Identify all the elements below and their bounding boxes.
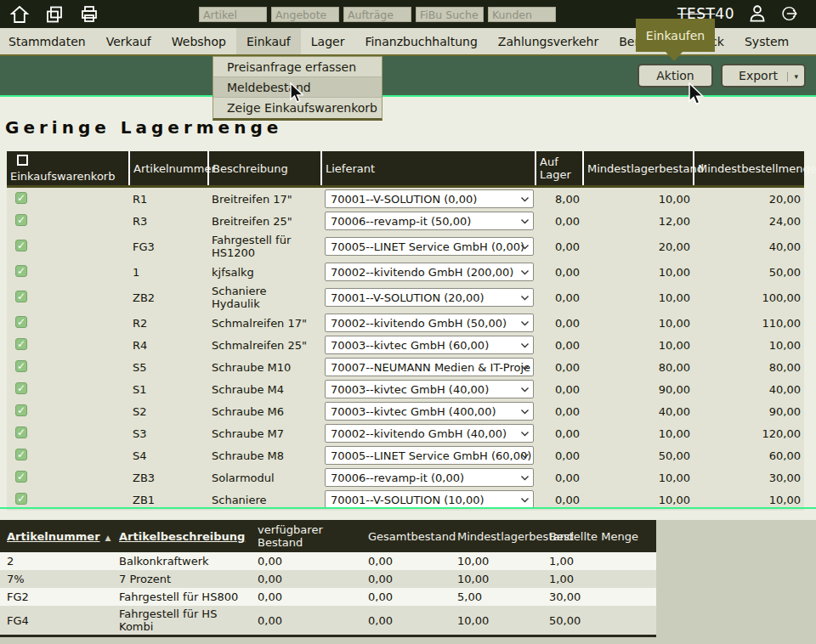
cart-cell: ✓ <box>7 466 129 489</box>
row-checkbox-checked[interactable]: ✓ <box>15 404 27 416</box>
mindestlagerbestand-cell: 10,00 <box>450 606 542 636</box>
row-checkbox-checked[interactable]: ✓ <box>15 338 27 350</box>
check-icon: ✓ <box>17 291 26 302</box>
supplier-select[interactable]: 70007--NEUMANN Medien & IT-Proje <box>325 358 534 376</box>
table-row: ✓ S3 Schraube M7 70002--kivitendo GmbH (… <box>7 422 804 444</box>
artikelnummer-cell: R3 <box>129 210 208 232</box>
quick-search-input-fibu-suche[interactable] <box>416 7 484 22</box>
windows-icon[interactable] <box>43 3 65 25</box>
menu-item-finanzbuchhaltung[interactable]: Finanzbuchhaltung <box>354 28 487 54</box>
menu-option-meldebestand[interactable]: Meldebestand <box>213 77 382 98</box>
supplier-select[interactable]: 70005--LINET Service GmbH (60,00) <box>325 446 534 465</box>
mindestlagerbestand-cell: 10,00 <box>450 570 542 588</box>
supplier-select[interactable]: 70003--kivtec GmbH (40,00) <box>325 380 534 398</box>
supplier-select[interactable]: 70002--kivitendo GmbH (40,00) <box>325 424 534 443</box>
menu-item-verkauf[interactable]: Verkauf <box>96 28 162 54</box>
supplier-select[interactable]: 70005--LINET Service GmbH (0,00) <box>325 237 534 256</box>
quick-search-input-auftr-ge[interactable] <box>343 7 411 22</box>
row-checkbox-checked[interactable]: ✓ <box>15 265 27 277</box>
supplier-select[interactable]: 70003--kivtec GmbH (60,00) <box>325 336 534 354</box>
row-checkbox-checked[interactable]: ✓ <box>15 192 27 204</box>
menu-option-preisanfrage-erfassen[interactable]: Preisanfrage erfassen <box>213 57 382 77</box>
row-checkbox-checked[interactable]: ✓ <box>15 214 27 226</box>
ordered-items-header-row: Artikelnummer▲ Artikelbeschreibung verfü… <box>0 520 656 552</box>
page-title: Geringe Lagermenge <box>5 117 816 138</box>
cart-cell: ✓ <box>7 187 129 211</box>
supplier-select-value: 70001--V-SOLUTION (0,00) <box>331 193 477 206</box>
menu-item-zahlungsverkehr[interactable]: Zahlungsverkehr <box>488 28 609 54</box>
mindestlagerbestand-cell: 80,00 <box>583 356 694 378</box>
mindestbestellmenge-cell: 90,00 <box>694 400 804 422</box>
lieferant-cell: 70005--LINET Service GmbH (60,00) <box>321 444 536 466</box>
print-icon[interactable] <box>78 3 100 25</box>
supplier-select-value: 70002--kivitendo GmbH (200,00) <box>331 266 513 279</box>
home-icon[interactable] <box>8 3 31 25</box>
supplier-select-value: 70002--kivitendo GmbH (40,00) <box>331 427 507 440</box>
supplier-select[interactable]: 70006--revamp-it (50,00) <box>325 212 534 230</box>
menu-item-einkauf[interactable]: Einkauf <box>236 28 301 54</box>
beschreibung-cell: Schraube M10 <box>208 356 321 378</box>
chevron-down-icon <box>520 408 530 415</box>
ordered-items-table-body: 2 Balkonkraftwerk 0,00 0,00 10,00 1,00 7… <box>0 552 656 636</box>
row-checkbox-checked[interactable]: ✓ <box>15 291 27 302</box>
sort-header-artikelbeschreibung[interactable]: Artikelbeschreibung <box>112 520 251 552</box>
check-icon: ✓ <box>17 316 26 328</box>
supplier-select-value: 70001--V-SOLUTION (20,00) <box>331 291 484 304</box>
sort-header-artikelnummer[interactable]: Artikelnummer▲ <box>0 520 112 552</box>
mindestbestellmenge-cell: 40,00 <box>694 378 804 400</box>
header-cart-label: Einkaufswarenkorb <box>10 170 125 183</box>
supplier-select[interactable]: 70006--revamp-it (0,00) <box>325 468 534 487</box>
header-beschreibung: Beschreibung <box>208 151 321 187</box>
cart-cell: ✓ <box>7 312 129 334</box>
auf-lager-cell: 0,00 <box>536 356 583 378</box>
artikelbeschreibung-cell: Fahrgestell für HS Kombi <box>112 606 251 636</box>
gesamtbestand-cell: 0,00 <box>361 588 450 606</box>
low-stock-table-header-row: Einkaufswarenkorb Artikelnummer Beschrei… <box>7 151 804 187</box>
chevron-down-icon <box>520 452 530 460</box>
quick-search-input-artikel[interactable] <box>199 7 267 22</box>
mindestbestellmenge-cell: 40,00 <box>694 232 804 261</box>
auf-lager-cell: 0,00 <box>536 378 583 400</box>
supplier-select[interactable]: 70002--kivitendo GmbH (200,00) <box>325 263 534 281</box>
row-checkbox-checked[interactable]: ✓ <box>15 382 27 394</box>
mindestbestellmenge-cell: 110,00 <box>694 312 804 334</box>
row-checkbox-checked[interactable]: ✓ <box>15 240 27 251</box>
lieferant-cell: 70006--revamp-it (0,00) <box>321 466 536 489</box>
mindestlagerbestand-cell: 40,00 <box>583 400 694 422</box>
verfuegbarer-bestand-cell: 0,00 <box>251 606 361 636</box>
row-checkbox-checked[interactable]: ✓ <box>15 360 27 372</box>
menu-item-system[interactable]: System <box>734 28 799 54</box>
row-checkbox-checked[interactable]: ✓ <box>15 316 27 328</box>
menu-item-webshop[interactable]: Webshop <box>162 28 236 54</box>
user-icon[interactable] <box>746 3 768 25</box>
quick-search-input-angebote[interactable] <box>271 7 339 22</box>
lieferant-cell: 70001--V-SOLUTION (0,00) <box>321 187 536 211</box>
mindestbestellmenge-cell: 80,00 <box>694 356 804 378</box>
mindestlagerbestand-cell: 10,00 <box>583 261 694 283</box>
select-all-checkbox[interactable] <box>17 155 28 166</box>
menu-item-lager[interactable]: Lager <box>301 28 355 54</box>
beschreibung-cell: Solarmodul <box>208 466 321 489</box>
beschreibung-cell: Schraube M8 <box>208 444 321 466</box>
table-row: ✓ ZB2 Schaniere Hydaulik 70001--V-SOLUTI… <box>7 283 804 312</box>
lieferant-cell: 70002--kivitendo GmbH (200,00) <box>321 261 536 283</box>
artikelnummer-cell: S4 <box>129 444 208 466</box>
row-checkbox-checked[interactable]: ✓ <box>15 471 27 483</box>
mindestlagerbestand-cell: 10,00 <box>450 552 542 570</box>
row-checkbox-checked[interactable]: ✓ <box>15 427 27 438</box>
export-button[interactable]: Export ▾ <box>721 64 806 88</box>
einkaufen-flyover-button[interactable]: Einkaufen <box>636 19 715 52</box>
auf-lager-cell: 0,00 <box>536 312 583 334</box>
menu-item-stammdaten[interactable]: Stammdaten <box>0 28 96 54</box>
aktion-button[interactable]: Aktion <box>638 64 713 88</box>
row-checkbox-checked[interactable]: ✓ <box>15 493 27 505</box>
supplier-select[interactable]: 70001--V-SOLUTION (0,00) <box>325 189 534 208</box>
logout-icon[interactable] <box>780 3 802 25</box>
row-checkbox-checked[interactable]: ✓ <box>15 449 27 460</box>
quick-search-input-kunden[interactable] <box>488 7 556 22</box>
supplier-select[interactable]: 70002--kivitendo GmbH (50,00) <box>325 314 534 332</box>
supplier-select[interactable]: 70001--V-SOLUTION (10,00) <box>325 490 534 509</box>
menu-option-zeige-einkaufswarenkorb[interactable]: Zeige Einkaufswarenkorb <box>213 98 382 118</box>
supplier-select[interactable]: 70003--kivtec GmbH (400,00) <box>325 402 534 421</box>
supplier-select[interactable]: 70001--V-SOLUTION (20,00) <box>325 288 534 307</box>
